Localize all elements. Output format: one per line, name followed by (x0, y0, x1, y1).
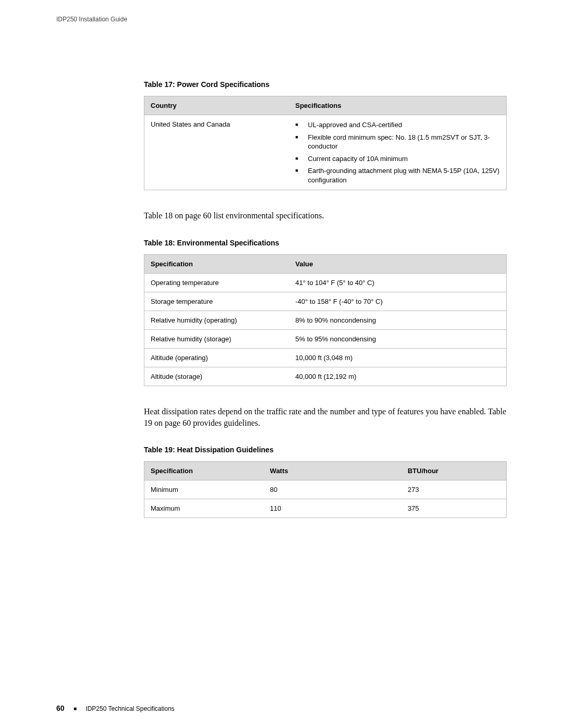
table19-header-spec: Specification (144, 462, 264, 480)
list-item: Earth-grounding attachment plug with NEM… (296, 166, 500, 184)
page-number: 60 (56, 704, 65, 712)
table18-spec-cell: Operating temperature (144, 273, 289, 292)
table-row: Relative humidity (storage) 5% to 95% no… (144, 329, 507, 348)
table19: Specification Watts BTU/hour Minimum 80 … (144, 461, 507, 518)
table19-header-btu: BTU/hour (401, 462, 507, 480)
table18-value-cell: 10,000 ft (3,048 m) (289, 348, 507, 367)
footer-section-title: IDP250 Technical Specifications (85, 705, 175, 712)
table18: Specification Value Operating temperatur… (144, 254, 507, 386)
table19-caption: Table 19: Heat Dissipation Guidelines (144, 446, 507, 454)
table17-specs-cell: UL-approved and CSA-certified Flexible c… (289, 115, 507, 190)
table18-value-cell: -40° to 158° F (-40° to 70° C) (289, 292, 507, 311)
paragraph-heat-intro: Heat dissipation rates depend on the tra… (144, 406, 507, 429)
bullet-icon: ■ (74, 706, 77, 711)
table19-watts-cell: 110 (264, 499, 401, 518)
table18-header-spec: Specification (144, 254, 289, 273)
table18-header-value: Value (289, 254, 507, 273)
table-row: Relative humidity (operating) 8% to 90% … (144, 311, 507, 329)
table19-header-row: Specification Watts BTU/hour (144, 462, 507, 480)
table-row: United States and Canada UL-approved and… (144, 115, 507, 190)
list-item: Current capacity of 10A minimum (296, 154, 500, 164)
doc-title: IDP250 Installation Guide (56, 16, 127, 23)
table18-spec-cell: Altitude (storage) (144, 367, 289, 386)
table17-header-country: Country (144, 96, 289, 115)
table17-header-row: Country Specifications (144, 96, 507, 115)
table19-spec-cell: Maximum (144, 499, 264, 518)
table18-header-row: Specification Value (144, 254, 507, 273)
paragraph-env-intro: Table 18 on page 60 list environmental s… (144, 210, 507, 221)
table18-spec-cell: Relative humidity (operating) (144, 311, 289, 329)
table18-spec-cell: Relative humidity (storage) (144, 329, 289, 348)
table17-specs-list: UL-approved and CSA-certified Flexible c… (296, 120, 500, 184)
table-row: Operating temperature 41° to 104° F (5° … (144, 273, 507, 292)
table19-header-watts: Watts (264, 462, 401, 480)
table17-header-specs: Specifications (289, 96, 507, 115)
table18-spec-cell: Altitude (operating) (144, 348, 289, 367)
table18-caption: Table 18: Environmental Specifications (144, 239, 507, 247)
table17-caption: Table 17: Power Cord Specifications (144, 80, 507, 89)
table-row: Minimum 80 273 (144, 480, 507, 499)
table19-spec-cell: Minimum (144, 480, 264, 499)
table-row: Maximum 110 375 (144, 499, 507, 518)
table18-value-cell: 8% to 90% noncondensing (289, 311, 507, 329)
table18-value-cell: 40,000 ft (12,192 m) (289, 367, 507, 386)
page-header: IDP250 Installation Guide (56, 16, 507, 23)
table18-value-cell: 41° to 104° F (5° to 40° C) (289, 273, 507, 292)
list-item: UL-approved and CSA-certified (296, 120, 500, 130)
table17-country-cell: United States and Canada (144, 115, 289, 190)
table18-value-cell: 5% to 95% noncondensing (289, 329, 507, 348)
page-footer: 60 ■ IDP250 Technical Specifications (56, 704, 175, 712)
table17: Country Specifications United States and… (144, 96, 507, 190)
table19-btu-cell: 273 (401, 480, 507, 499)
table19-watts-cell: 80 (264, 480, 401, 499)
table-row: Altitude (storage) 40,000 ft (12,192 m) (144, 367, 507, 386)
table19-btu-cell: 375 (401, 499, 507, 518)
table-row: Altitude (operating) 10,000 ft (3,048 m) (144, 348, 507, 367)
table18-spec-cell: Storage temperature (144, 292, 289, 311)
list-item: Flexible cord minimum spec: No. 18 (1.5 … (296, 133, 500, 151)
table-row: Storage temperature -40° to 158° F (-40°… (144, 292, 507, 311)
